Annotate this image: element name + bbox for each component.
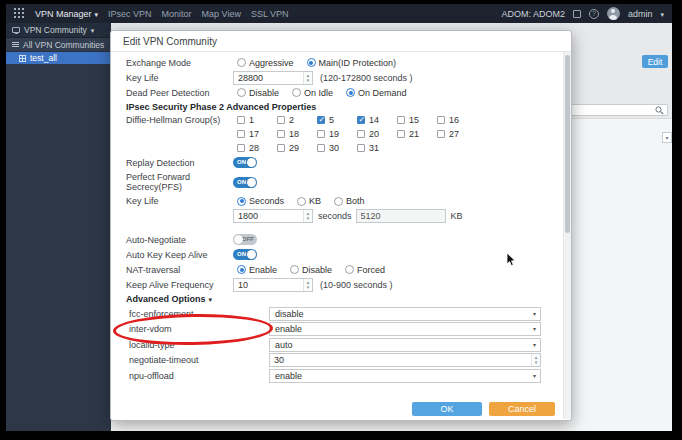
dh-group-checkbox[interactable]: 1 [237,115,277,125]
product-menu[interactable]: VPN Manager [35,9,98,19]
checkbox-icon[interactable] [357,116,365,124]
dh-group-checkbox[interactable]: 27 [437,129,477,139]
checkbox-icon[interactable] [437,130,445,138]
checkbox-icon[interactable] [317,116,325,124]
edit-button[interactable]: Edit [642,55,668,68]
expand-icon[interactable] [573,10,581,18]
dh-group-checkbox[interactable]: 15 [397,115,437,125]
radio-icon[interactable] [237,265,246,274]
pfs-toggle[interactable]: ON [233,177,257,188]
checkbox-icon[interactable] [277,130,285,138]
field-label: Diffie-Hellman Group(s) [126,113,233,125]
nav-map-view[interactable]: Map View [202,9,241,19]
key-life-seconds-input[interactable] [233,209,313,223]
radio-main-id-protection[interactable]: Main(ID Protection) [307,58,397,68]
radio-icon[interactable] [345,265,354,274]
adom-selector[interactable]: ADOM: ADOM2 [501,9,565,19]
radio-aggressive[interactable]: Aggressive [237,58,294,68]
dh-group-checkbox[interactable]: 19 [317,129,357,139]
radio-icon[interactable] [297,197,306,206]
radio-icon[interactable] [237,58,246,67]
stepper-icon[interactable] [303,279,312,291]
stepper-icon[interactable] [531,354,540,366]
sidebar-group-all-vpn-communities[interactable]: All VPN Communities [6,38,111,52]
modal-scrollbar-thumb[interactable] [565,55,570,233]
nav-ssl-vpn[interactable]: SSL VPN [251,9,289,19]
checkbox-icon[interactable] [317,130,325,138]
negotiate-timeout-value[interactable] [269,353,541,367]
inter-vdom-select[interactable]: enable [269,322,541,336]
radio-seconds[interactable]: Seconds [237,196,284,206]
replay-detection-toggle[interactable]: ON [233,157,257,168]
dh-group-checkbox[interactable]: 2 [277,115,317,125]
radio-icon[interactable] [334,197,343,206]
checkbox-icon[interactable] [237,130,245,138]
radio-forced[interactable]: Forced [345,265,385,275]
chevron-down-icon [209,294,213,304]
radio-icon[interactable] [290,265,299,274]
radio-kb[interactable]: KB [297,196,321,206]
dh-group-checkbox[interactable]: 30 [317,143,357,153]
radio-enable[interactable]: Enable [237,265,277,275]
localid-type-select[interactable]: auto [269,338,541,352]
ok-button[interactable]: OK [412,402,482,416]
auto-negotiate-toggle[interactable]: OFF [233,234,257,245]
dh-group-checkbox[interactable]: 31 [357,143,397,153]
dh-group-checkbox[interactable]: 29 [277,143,317,153]
checkbox-icon[interactable] [357,144,365,152]
dh-group-checkbox[interactable]: 14 [357,115,397,125]
sidebar-section-vpn-community[interactable]: VPN Community [6,23,111,38]
checkbox-icon[interactable] [357,130,365,138]
radio-disable[interactable]: Disable [290,265,332,275]
nav-monitor[interactable]: Monitor [162,9,192,19]
dh-group-checkbox[interactable]: 5 [317,115,357,125]
radio-on-demand[interactable]: On Demand [346,88,407,98]
keep-alive-frequency-input[interactable] [233,278,313,292]
stepper-icon[interactable] [303,210,312,222]
dh-group-checkbox[interactable]: 28 [237,143,277,153]
checkbox-icon[interactable] [317,144,325,152]
cancel-button[interactable]: Cancel [489,402,555,416]
auto-key-keep-alive-toggle[interactable]: ON [233,249,257,260]
fcc-enforcement-select[interactable]: disable [269,307,541,321]
checkbox-icon[interactable] [237,116,245,124]
checkbox-icon[interactable] [397,116,405,124]
checkbox-icon[interactable] [397,130,405,138]
keep-alive-frequency-value[interactable] [233,278,313,292]
negotiate-timeout-input[interactable] [269,353,541,367]
stepper-icon[interactable] [303,72,312,84]
key-life-kb-input[interactable] [356,209,446,223]
dh-group-checkbox[interactable]: 18 [277,129,317,139]
sidebar-item-test-all[interactable]: test_all [6,52,111,64]
dh-group-checkbox[interactable]: 17 [237,129,277,139]
key-life-kb-value[interactable] [356,209,446,223]
dh-group-checkbox[interactable]: 20 [357,129,397,139]
checkbox-icon[interactable] [237,144,245,152]
modal-scrollbar[interactable] [563,52,571,419]
checkbox-icon[interactable] [277,144,285,152]
npu-offload-select[interactable]: enable [269,369,541,383]
apps-grid-icon[interactable] [14,8,25,19]
radio-both[interactable]: Both [334,196,365,206]
help-icon[interactable] [589,9,599,19]
keep-alive-hint: (10-900 seconds ) [320,280,393,290]
radio-icon[interactable] [292,88,301,97]
panel-scroll-button[interactable] [662,132,672,143]
radio-on-idle[interactable]: On Idle [292,88,333,98]
dh-group-checkbox[interactable]: 21 [397,129,437,139]
user-menu-label[interactable]: admin [628,9,653,19]
checkbox-icon[interactable] [277,116,285,124]
advanced-options-header[interactable]: Advanced Options [126,292,557,306]
key-life-value[interactable] [233,71,313,85]
key-life-input[interactable] [233,71,313,85]
dh-group-checkbox[interactable]: 16 [437,115,477,125]
radio-icon[interactable] [237,88,246,97]
radio-icon[interactable] [346,88,355,97]
radio-icon[interactable] [237,197,246,206]
key-life-seconds-value[interactable] [233,209,313,223]
toggle-state-label: OFF [242,234,254,245]
checkbox-icon[interactable] [437,116,445,124]
radio-icon[interactable] [307,58,316,67]
nav-ipsec-vpn[interactable]: IPsec VPN [108,9,152,19]
radio-disable[interactable]: Disable [237,88,279,98]
